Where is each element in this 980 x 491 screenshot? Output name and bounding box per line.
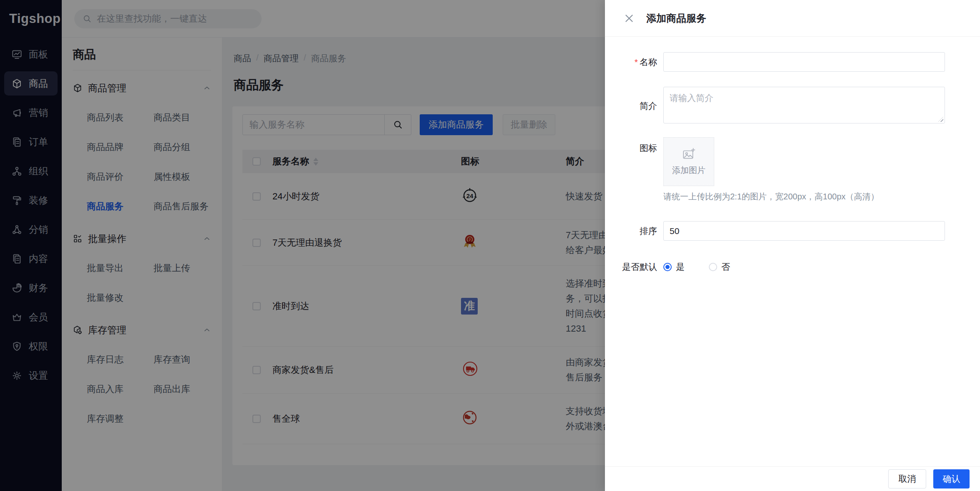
intro-textarea[interactable] bbox=[663, 87, 945, 123]
add-service-drawer: 添加商品服务 *名称 简介 图标 添加图片 bbox=[605, 0, 980, 491]
name-label: *名称 bbox=[605, 56, 663, 68]
drawer-title: 添加商品服务 bbox=[646, 12, 706, 25]
default-radio-group: 是 否 bbox=[663, 261, 730, 273]
upload-hint: 请统一上传比例为2:1的图片，宽200px，高100px（高清） bbox=[663, 191, 879, 202]
app-root: Tigshop 面板 商品 营销 订单 组织 bbox=[0, 0, 980, 491]
field-default: 是否默认 是 否 bbox=[605, 261, 980, 273]
default-label: 是否默认 bbox=[605, 261, 663, 273]
radio-no[interactable] bbox=[709, 263, 717, 271]
radio-no-label: 否 bbox=[721, 261, 730, 273]
cancel-button[interactable]: 取消 bbox=[888, 469, 926, 488]
drawer-body: *名称 简介 图标 添加图片 请统一上传比例为2:1的图片，宽200px，高1 bbox=[605, 37, 980, 273]
radio-yes-label: 是 bbox=[676, 261, 685, 273]
confirm-button[interactable]: 确认 bbox=[933, 469, 970, 488]
sort-input[interactable] bbox=[663, 221, 945, 241]
drawer-header: 添加商品服务 bbox=[605, 0, 980, 37]
intro-label: 简介 bbox=[605, 100, 663, 112]
icon-label: 图标 bbox=[605, 137, 663, 154]
field-intro: 简介 bbox=[605, 87, 980, 125]
image-upload-box[interactable]: 添加图片 bbox=[663, 137, 714, 186]
name-input[interactable] bbox=[663, 52, 945, 72]
sort-label: 排序 bbox=[605, 225, 663, 237]
field-icon: 图标 添加图片 请统一上传比例为2:1的图片，宽200px，高100px（高清） bbox=[605, 137, 980, 202]
radio-yes[interactable] bbox=[663, 263, 672, 271]
required-asterisk: * bbox=[635, 57, 638, 67]
drawer-footer: 取消 确认 bbox=[605, 466, 980, 491]
field-sort: 排序 bbox=[605, 221, 980, 241]
field-name: *名称 bbox=[605, 52, 980, 72]
add-image-icon bbox=[682, 147, 696, 161]
close-icon[interactable] bbox=[624, 13, 635, 24]
upload-label: 添加图片 bbox=[672, 165, 705, 176]
